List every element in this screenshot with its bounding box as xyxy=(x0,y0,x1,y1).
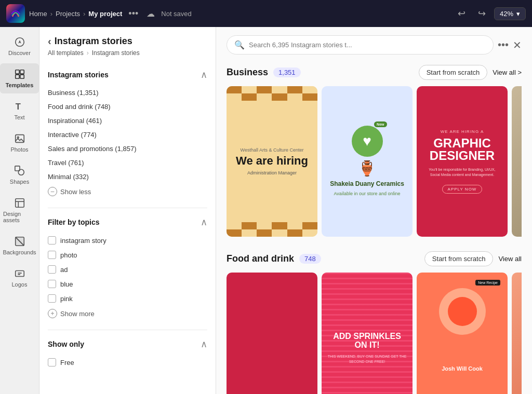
show-only-title: Show only xyxy=(48,340,84,348)
search-icon: 🔍 xyxy=(234,40,245,50)
topic-photo[interactable]: photo xyxy=(48,248,207,262)
topics-section: Filter by topics ∧ instagram story photo… xyxy=(39,212,216,325)
topic-pink[interactable]: pink xyxy=(48,291,207,306)
svg-text:T: T xyxy=(15,102,20,111)
app-logo[interactable] xyxy=(6,4,25,23)
checkbox-blue[interactable] xyxy=(48,280,56,288)
zoom-selector[interactable]: 42% ▾ xyxy=(494,7,526,20)
back-button[interactable]: ‹ Instagram stories xyxy=(48,35,207,47)
filter-breadcrumb: All templates › Instagram stories xyxy=(48,47,207,61)
food-title: Food and drink xyxy=(227,253,294,264)
sidebar-item-text[interactable]: T Text xyxy=(0,96,39,126)
topics-title: Filter by topics xyxy=(48,218,100,226)
breadcrumb-projects[interactable]: Projects xyxy=(56,10,80,18)
sidebar-item-discover[interactable]: Discover xyxy=(0,31,39,61)
save-status: Not saved xyxy=(161,10,192,18)
checkbox-ad[interactable] xyxy=(48,265,56,274)
main-layout: Discover Templates T Text Photos Shapes … xyxy=(0,27,532,394)
svg-rect-3 xyxy=(15,70,19,74)
filter-header: ‹ Instagram stories All templates › Inst… xyxy=(39,27,216,65)
search-more-button[interactable]: ••• xyxy=(498,39,509,51)
back-arrow-icon: ‹ xyxy=(48,35,51,47)
categories-section: Instagram stories ∧ Business (1,351) Foo… xyxy=(39,65,216,203)
icon-sidebar: Discover Templates T Text Photos Shapes … xyxy=(0,27,39,394)
business-section: Business 1,351 Start from scratch View a… xyxy=(227,65,522,237)
sidebar-item-photos[interactable]: Photos xyxy=(0,128,39,158)
collapse-show-only-button[interactable]: ∧ xyxy=(201,338,207,350)
food-drink-section: Food and drink 748 Start from scratch Vi… xyxy=(227,251,522,394)
checkbox-photo[interactable] xyxy=(48,251,56,259)
category-travel[interactable]: Travel (761) xyxy=(48,156,207,170)
sidebar-item-backgrounds[interactable]: Backgrounds xyxy=(0,230,39,261)
breadcrumb: Home › Projects › My project xyxy=(29,10,122,18)
sidebar-item-logos[interactable]: Logos xyxy=(0,263,39,293)
template-card-food-4[interactable] xyxy=(512,273,522,394)
search-input[interactable] xyxy=(249,41,486,49)
collapse-categories-button[interactable]: ∧ xyxy=(201,69,207,80)
svg-rect-12 xyxy=(15,199,24,208)
show-more-button[interactable]: + Show more xyxy=(48,306,95,321)
show-only-section: Show only ∧ Free xyxy=(39,334,216,374)
category-business[interactable]: Business (1,351) xyxy=(48,86,207,100)
divider-2 xyxy=(48,330,207,330)
food-count: 748 xyxy=(299,254,321,264)
category-sales[interactable]: Sales and promotions (1,857) xyxy=(48,142,207,156)
collapse-topics-button[interactable]: ∧ xyxy=(201,216,207,228)
show-less-button[interactable]: – Show less xyxy=(48,184,91,199)
breadcrumb-current: My project xyxy=(88,10,122,18)
category-food-drink[interactable]: Food and drink (748) xyxy=(48,100,207,114)
svg-rect-6 xyxy=(20,75,23,78)
category-inspirational[interactable]: Inspirational (461) xyxy=(48,114,207,128)
redo-button[interactable]: ↪ xyxy=(474,6,490,21)
filter-panel: ‹ Instagram stories All templates › Inst… xyxy=(39,27,216,394)
topbar: Home › Projects › My project ••• ☁ Not s… xyxy=(0,0,532,27)
svg-rect-5 xyxy=(15,75,19,78)
search-close-button[interactable]: ✕ xyxy=(513,39,522,51)
main-content: 🔍 ••• ✕ Business 1,351 Start from scratc… xyxy=(216,27,532,394)
sidebar-item-templates[interactable]: Templates xyxy=(0,63,39,93)
business-actions: Start from scratch View all > xyxy=(419,65,522,80)
topic-blue[interactable]: blue xyxy=(48,277,207,291)
checkbox-pink[interactable] xyxy=(48,294,56,303)
template-card-food-2[interactable]: ADD SPRINKLES ON IT! THIS WEEKEND, BUY O… xyxy=(322,273,413,394)
checkbox-free[interactable] xyxy=(48,358,56,366)
more-options-button[interactable]: ••• xyxy=(128,8,138,19)
category-interactive[interactable]: Interactive (774) xyxy=(48,128,207,142)
category-minimal[interactable]: Minimal (332) xyxy=(48,170,207,184)
food-start-scratch-button[interactable]: Start from scratch xyxy=(424,251,494,266)
template-card-food-3[interactable]: New Recipe Josh Will Cook xyxy=(417,273,508,394)
topic-ad[interactable]: ad xyxy=(48,262,207,277)
search-bar: 🔍 xyxy=(227,35,494,55)
template-card-food-1[interactable]: FRED & JO'S RAMEN BAR YAAAAAY xyxy=(227,273,317,394)
template-card-business-4[interactable] xyxy=(512,86,522,237)
undo-button[interactable]: ↩ xyxy=(454,6,470,21)
template-card-business-2[interactable]: ♥ New 🏺 Shakeia Duany Ceramics Available… xyxy=(322,86,413,237)
svg-rect-17 xyxy=(15,271,24,277)
business-title: Business xyxy=(227,67,268,78)
svg-point-9 xyxy=(17,137,19,138)
svg-rect-4 xyxy=(20,70,23,74)
show-only-free[interactable]: Free xyxy=(48,355,207,370)
category-list: Business (1,351) Food and drink (748) In… xyxy=(48,86,207,184)
food-template-grid: FRED & JO'S RAMEN BAR YAAAAAY ADD SPRINK… xyxy=(227,273,522,394)
categories-title: Instagram stories xyxy=(48,71,109,79)
checkbox-instagram-story[interactable] xyxy=(48,236,56,244)
breadcrumb-home[interactable]: Home xyxy=(29,10,47,18)
topic-instagram-story[interactable]: instagram story xyxy=(48,233,207,248)
svg-rect-8 xyxy=(15,135,24,143)
food-view-all-button[interactable]: View all xyxy=(498,255,522,263)
breadcrumb-instagram-stories: Instagram stories xyxy=(92,49,140,57)
sidebar-item-design-assets[interactable]: Design assets xyxy=(0,192,39,228)
template-card-business-3[interactable]: WE ARE HIRING A GRAPHIC DESIGNER You'll … xyxy=(417,86,508,237)
business-view-all-button[interactable]: View all > xyxy=(493,69,522,76)
food-actions: Start from scratch View all xyxy=(424,251,522,266)
template-card-business-1[interactable]: Westhall Arts & Culture Center We are hi… xyxy=(227,86,317,237)
cloud-icon: ☁ xyxy=(147,9,155,19)
business-start-scratch-button[interactable]: Start from scratch xyxy=(419,65,488,80)
business-template-grid: Westhall Arts & Culture Center We are hi… xyxy=(227,86,522,237)
search-actions: ••• ✕ xyxy=(498,39,522,51)
svg-point-10 xyxy=(18,169,24,175)
show-less-icon: – xyxy=(48,187,57,196)
sidebar-item-shapes[interactable]: Shapes xyxy=(0,160,39,190)
all-templates-link[interactable]: All templates xyxy=(48,49,84,57)
